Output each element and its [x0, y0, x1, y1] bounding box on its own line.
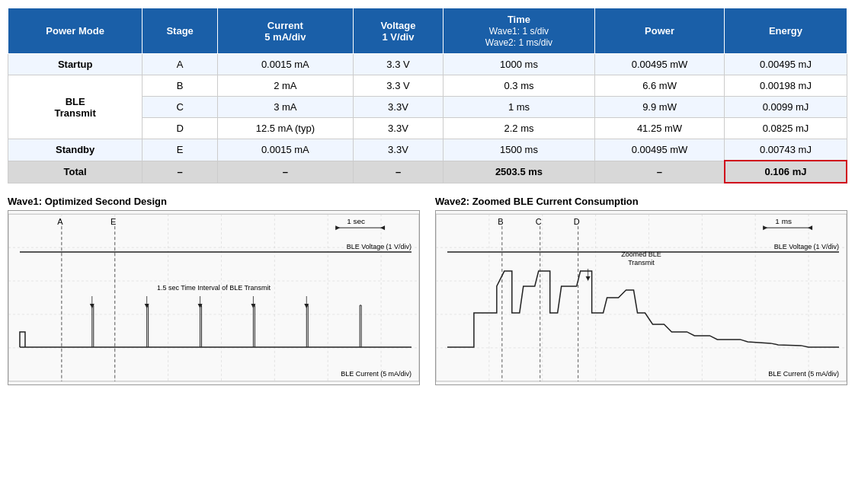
cell-power: 0.00495 mW — [594, 139, 725, 161]
wave1-annotation: 1.5 sec Time Interval of BLE Transmit — [157, 284, 271, 292]
wave2-marker-b: B — [498, 217, 503, 226]
cell-current: 0.0015 mA — [218, 54, 354, 75]
cell-energy: 0.0099 mJ — [725, 97, 847, 118]
cell-time-total: 2503.5 ms — [444, 161, 594, 183]
cell-mode-total: Total — [8, 161, 142, 183]
wave1-time-label: 1 sec — [347, 217, 365, 225]
col-header-voltage: Voltage1 V/div — [353, 8, 444, 54]
wave1-display: A E 1 sec 1.5 sec Time Interval of BLE T… — [8, 210, 420, 385]
cell-mode: Standby — [8, 139, 142, 161]
cell-current-total: – — [218, 161, 354, 183]
wave1-marker-a: A — [57, 217, 63, 226]
wave2-svg: B C D 1 ms Zoomed BLE Transmit BLE Volta… — [436, 211, 847, 384]
cell-time: 1 ms — [444, 97, 594, 118]
wave2-marker-d: D — [574, 217, 580, 226]
wave1-svg: A E 1 sec 1.5 sec Time Interval of BLE T… — [8, 211, 419, 384]
cell-current: 2 mA — [218, 75, 354, 97]
svg-rect-47 — [436, 214, 847, 381]
cell-time: 0.3 ms — [444, 75, 594, 97]
cell-power: 41.25 mW — [594, 118, 725, 139]
cell-voltage: 3.3V — [353, 118, 444, 139]
cell-time: 2.2 ms — [444, 118, 594, 139]
cell-power: 6.6 mW — [594, 75, 725, 97]
wave2-annotation-line1: Zoomed BLE — [621, 250, 661, 258]
cell-energy-total: 0.106 mJ — [725, 161, 847, 183]
cell-mode-ble: BLETransmit — [8, 75, 142, 139]
cell-stage: E — [142, 139, 218, 161]
cell-current: 3 mA — [218, 97, 354, 118]
cell-voltage-total: – — [353, 161, 444, 183]
table-row: Standby E 0.0015 mA 3.3V 1500 ms 0.00495… — [8, 139, 847, 161]
wave1-panel: Wave1: Optimized Second Design — [8, 196, 420, 385]
cell-power: 0.00495 mW — [594, 54, 725, 75]
cell-mode: Startup — [8, 54, 142, 75]
power-data-table: Power Mode Stage Current5 mA/div Voltage… — [8, 8, 847, 183]
wave1-voltage-label: BLE Voltage (1 V/div) — [347, 243, 411, 250]
cell-power: 9.9 mW — [594, 97, 725, 118]
table-row: Startup A 0.0015 mA 3.3 V 1000 ms 0.0049… — [8, 54, 847, 75]
cell-voltage: 3.3V — [353, 97, 444, 118]
cell-voltage: 3.3V — [353, 139, 444, 161]
wave2-display: B C D 1 ms Zoomed BLE Transmit BLE Volta… — [435, 210, 847, 385]
cell-stage: B — [142, 75, 218, 97]
wave2-voltage-label: BLE Voltage (1 V/div) — [774, 243, 839, 250]
cell-stage: D — [142, 118, 218, 139]
wave2-panel: Wave2: Zoomed BLE Current Consumption — [435, 196, 847, 385]
cell-current: 12.5 mA (typ) — [218, 118, 354, 139]
cell-current: 0.0015 mA — [218, 139, 354, 161]
cell-power-total: – — [594, 161, 725, 183]
cell-energy: 0.00495 mJ — [725, 54, 847, 75]
cell-stage: A — [142, 54, 218, 75]
col-header-power: Power — [594, 8, 725, 54]
cell-energy: 0.0825 mJ — [725, 118, 847, 139]
wave2-marker-c: C — [536, 217, 542, 226]
wave1-title: Wave1: Optimized Second Design — [8, 196, 420, 207]
col-header-stage: Stage — [142, 8, 218, 54]
col-header-energy: Energy — [725, 8, 847, 54]
wave2-current-label: BLE Current (5 mA/div) — [768, 370, 839, 378]
wave2-title: Wave2: Zoomed BLE Current Consumption — [435, 196, 847, 207]
cell-energy: 0.00198 mJ — [725, 75, 847, 97]
cell-voltage: 3.3 V — [353, 75, 444, 97]
wave2-annotation-line2: Transmit — [628, 259, 655, 266]
wave1-marker-e: E — [110, 217, 116, 226]
col-header-power-mode: Power Mode — [8, 8, 142, 54]
waveforms-section: Wave1: Optimized Second Design — [8, 196, 847, 385]
table-row: BLETransmit B 2 mA 3.3 V 0.3 ms 6.6 mW 0… — [8, 75, 847, 97]
cell-time: 1000 ms — [444, 54, 594, 75]
cell-energy: 0.00743 mJ — [725, 139, 847, 161]
col-header-current: Current5 mA/div — [218, 8, 354, 54]
svg-rect-0 — [8, 214, 419, 381]
wave1-current-label: BLE Current (5 mA/div) — [341, 370, 411, 378]
cell-stage-total: – — [142, 161, 218, 183]
cell-stage: C — [142, 97, 218, 118]
wave2-time-label: 1 ms — [775, 217, 792, 225]
table-row-total: Total – – – 2503.5 ms – 0.106 mJ — [8, 161, 847, 183]
cell-time: 1500 ms — [444, 139, 594, 161]
cell-voltage: 3.3 V — [353, 54, 444, 75]
col-header-time: TimeWave1: 1 s/divWave2: 1 ms/div — [444, 8, 594, 54]
